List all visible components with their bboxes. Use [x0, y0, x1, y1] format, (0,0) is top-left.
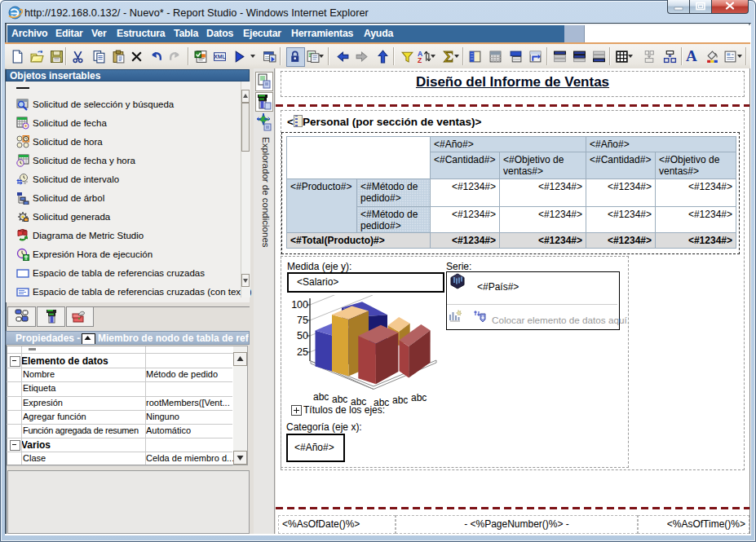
- svg-text:XML: XML: [214, 54, 226, 59]
- svg-text:Z: Z: [418, 56, 422, 64]
- svg-text:75: 75: [297, 315, 308, 326]
- svg-text:25: 25: [297, 346, 308, 358]
- svg-text:100: 100: [291, 299, 308, 311]
- svg-text:50: 50: [297, 330, 308, 342]
